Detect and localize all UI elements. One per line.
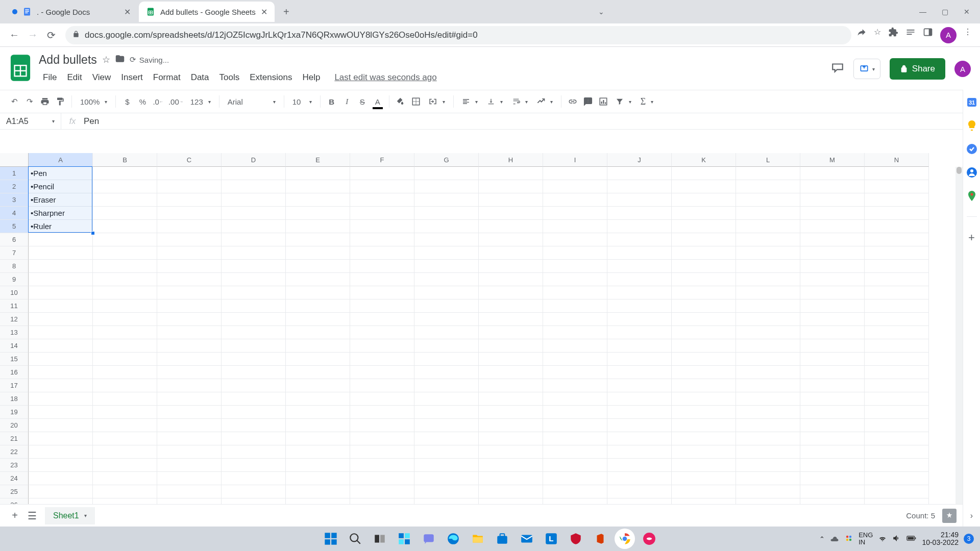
- cell[interactable]: [222, 193, 286, 207]
- cell[interactable]: [350, 207, 414, 220]
- cell[interactable]: [736, 485, 800, 498]
- cell[interactable]: [479, 432, 543, 445]
- cell[interactable]: [865, 286, 929, 299]
- cell[interactable]: [865, 207, 929, 220]
- cell[interactable]: [736, 419, 800, 432]
- cell[interactable]: [672, 193, 736, 207]
- close-tab-icon[interactable]: ✕: [256, 7, 267, 17]
- zoom-select[interactable]: 100%▾: [76, 97, 111, 106]
- row-header[interactable]: 24: [0, 472, 29, 485]
- menu-insert[interactable]: Insert: [117, 70, 147, 85]
- cell[interactable]: [736, 445, 800, 459]
- cell[interactable]: [157, 207, 222, 220]
- cell[interactable]: [672, 459, 736, 472]
- cell[interactable]: [800, 379, 865, 392]
- cell[interactable]: [350, 180, 414, 193]
- cell[interactable]: [286, 353, 350, 366]
- cell[interactable]: [479, 180, 543, 193]
- row-header[interactable]: 20: [0, 419, 29, 432]
- cell[interactable]: [414, 299, 479, 313]
- cell[interactable]: [222, 260, 286, 273]
- cell[interactable]: [93, 299, 157, 313]
- column-header[interactable]: H: [479, 153, 543, 167]
- cell[interactable]: [93, 246, 157, 260]
- cell[interactable]: [222, 432, 286, 445]
- column-header[interactable]: J: [607, 153, 672, 167]
- percent-button[interactable]: %: [135, 94, 150, 109]
- cell[interactable]: [479, 379, 543, 392]
- cell[interactable]: [607, 459, 672, 472]
- cell[interactable]: [286, 485, 350, 498]
- cell[interactable]: [479, 260, 543, 273]
- cell[interactable]: [800, 339, 865, 353]
- cell[interactable]: [157, 353, 222, 366]
- v-scroll-thumb[interactable]: [957, 167, 962, 174]
- cell[interactable]: [222, 445, 286, 459]
- cell[interactable]: [672, 406, 736, 419]
- cell[interactable]: [414, 366, 479, 379]
- cell[interactable]: [414, 233, 479, 246]
- cell[interactable]: [286, 392, 350, 406]
- cell[interactable]: [607, 220, 672, 233]
- cell[interactable]: [29, 472, 93, 485]
- row-header[interactable]: 14: [0, 339, 29, 353]
- wrap-button[interactable]: ▾: [508, 97, 532, 106]
- wifi-icon[interactable]: [878, 534, 887, 544]
- cell[interactable]: [607, 260, 672, 273]
- name-box[interactable]: A1:A5 ▾: [0, 113, 61, 129]
- cell[interactable]: [286, 220, 350, 233]
- cell[interactable]: [414, 339, 479, 353]
- increase-decimal-button[interactable]: .00→: [166, 94, 185, 109]
- cell[interactable]: [865, 419, 929, 432]
- h-align-button[interactable]: ▾: [458, 97, 482, 106]
- cell[interactable]: [479, 445, 543, 459]
- url-field[interactable]: docs.google.com/spreadsheets/d/12jOZ5Icw…: [65, 26, 851, 44]
- cell[interactable]: •Sharpner: [29, 207, 93, 220]
- cell[interactable]: [736, 432, 800, 445]
- document-title[interactable]: Add bullets: [39, 53, 97, 67]
- cell[interactable]: [286, 419, 350, 432]
- cell[interactable]: [800, 313, 865, 326]
- cell[interactable]: [286, 406, 350, 419]
- cell[interactable]: [286, 366, 350, 379]
- row-header[interactable]: 6: [0, 233, 29, 246]
- cell[interactable]: [543, 472, 607, 485]
- cell[interactable]: [672, 313, 736, 326]
- row-header[interactable]: 25: [0, 485, 29, 498]
- row-header[interactable]: 5: [0, 220, 29, 233]
- cell[interactable]: [414, 432, 479, 445]
- cell[interactable]: [414, 406, 479, 419]
- cell[interactable]: [543, 286, 607, 299]
- cell[interactable]: [672, 299, 736, 313]
- column-header[interactable]: K: [672, 153, 736, 167]
- cell[interactable]: [222, 485, 286, 498]
- cell[interactable]: [93, 207, 157, 220]
- cell[interactable]: [865, 459, 929, 472]
- cell[interactable]: [29, 459, 93, 472]
- cell[interactable]: [865, 220, 929, 233]
- cell[interactable]: [865, 432, 929, 445]
- cell[interactable]: [157, 419, 222, 432]
- cell[interactable]: [543, 445, 607, 459]
- cell[interactable]: [736, 246, 800, 260]
- functions-button[interactable]: Σ▾: [636, 96, 657, 107]
- cell[interactable]: [543, 299, 607, 313]
- decrease-decimal-button[interactable]: .0←: [151, 94, 165, 109]
- column-header[interactable]: I: [543, 153, 607, 167]
- cell[interactable]: [157, 246, 222, 260]
- cell[interactable]: [222, 299, 286, 313]
- cell[interactable]: [350, 193, 414, 207]
- cell[interactable]: [414, 313, 479, 326]
- cell[interactable]: [157, 167, 222, 180]
- cell[interactable]: [672, 167, 736, 180]
- cell[interactable]: [157, 313, 222, 326]
- cell[interactable]: [93, 353, 157, 366]
- row-header[interactable]: 21: [0, 432, 29, 445]
- cell[interactable]: [607, 167, 672, 180]
- cell[interactable]: [350, 366, 414, 379]
- cell[interactable]: [543, 180, 607, 193]
- cell[interactable]: [286, 286, 350, 299]
- cell[interactable]: [414, 485, 479, 498]
- comments-icon[interactable]: [831, 61, 844, 77]
- cell[interactable]: [29, 339, 93, 353]
